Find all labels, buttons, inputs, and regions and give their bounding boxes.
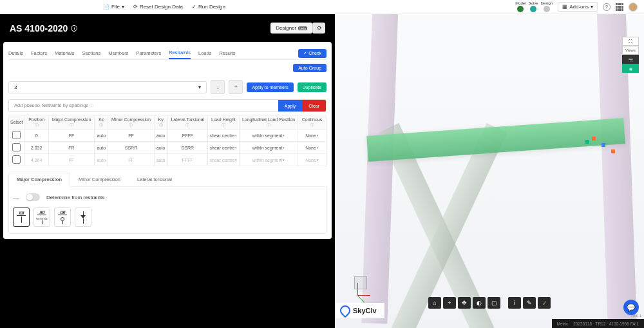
- tool-add[interactable]: +: [443, 297, 456, 309]
- tab-details[interactable]: Details: [8, 48, 23, 59]
- model-status-icon: [517, 6, 524, 12]
- column-header: Ky ⓘ: [154, 115, 167, 130]
- design-status-icon: [544, 6, 550, 12]
- puzzle-icon: ▦: [562, 4, 567, 10]
- settings-button[interactable]: ⚙: [312, 23, 325, 34]
- chevron-down-icon: ▾: [122, 4, 124, 10]
- node-marker[interactable]: [592, 137, 596, 140]
- clear-button[interactable]: Clear: [302, 100, 326, 111]
- check-icon: ✓: [192, 4, 196, 10]
- table-row[interactable]: 4.064FFautoFFautoFFFFshear centrewithin …: [9, 154, 327, 166]
- column-header: Load Height ⓘ: [207, 115, 239, 130]
- view-expand-button[interactable]: ⛶: [622, 37, 639, 46]
- column-header: Minor Compression ⓘ: [108, 115, 155, 130]
- node-marker[interactable]: [601, 143, 605, 147]
- pseudo-restraints-input[interactable]: Add pseudo-restraints by spacings ⓘ: [9, 100, 278, 111]
- reset-design-btn[interactable]: ⟳Reset Design Data: [133, 4, 183, 10]
- designer-mode-btn[interactable]: Designerbeta: [270, 23, 312, 34]
- restraint-type-3[interactable]: [54, 207, 71, 227]
- tab-sections[interactable]: Sections: [82, 48, 100, 59]
- page-title: AS 4100-2020i: [10, 23, 77, 34]
- restraints-table: SelectPosition ⓘMajor Compression ⓘKz ⓘM…: [8, 115, 327, 166]
- apply-to-members-button[interactable]: Apply to members: [247, 82, 293, 92]
- apply-button[interactable]: Apply: [278, 100, 303, 111]
- column-header: Position ⓘ: [24, 115, 48, 130]
- subtab-lateral-torsional[interactable]: Lateral-torsional: [129, 173, 180, 186]
- snapshot-button[interactable]: ◉: [622, 64, 639, 73]
- design-tabs: DetailsFactorsMaterialsSectionsMembersPa…: [8, 47, 327, 60]
- axis-orientation-widget[interactable]: [348, 273, 374, 299]
- table-row[interactable]: 2.032FRautoSSRRautoSSRRshear centrewithi…: [9, 142, 327, 154]
- file-menu[interactable]: 📄File ▾: [103, 4, 124, 10]
- node-marker[interactable]: [611, 150, 615, 153]
- design-panel: AS 4100-2020i Designerbeta ⚙ DetailsFact…: [0, 14, 335, 328]
- run-design-btn[interactable]: ✓Run Design: [192, 4, 225, 10]
- tab-factors[interactable]: Factors: [31, 48, 47, 59]
- refresh-icon: ⟳: [133, 4, 138, 10]
- table-row[interactable]: 0FFautoFFautoFFFFshear centrewithin segm…: [9, 130, 327, 142]
- restraint-type-1[interactable]: [13, 207, 30, 227]
- tool-camera[interactable]: ▢: [488, 297, 500, 309]
- version-label: v8.0.1: [631, 314, 641, 318]
- restraint-type-2[interactable]: ▭▭▭: [33, 207, 50, 227]
- add-member-button[interactable]: +: [229, 80, 243, 94]
- tab-restraints[interactable]: Restraints: [169, 47, 191, 59]
- row-checkbox[interactable]: [12, 155, 21, 164]
- tool-info[interactable]: i: [508, 297, 521, 309]
- help-button[interactable]: ?: [603, 3, 611, 11]
- tool-edit[interactable]: ✎: [523, 297, 536, 309]
- column-header: Select: [9, 115, 24, 130]
- determine-toggle[interactable]: [26, 193, 40, 201]
- row-checkbox[interactable]: [12, 143, 21, 151]
- user-avatar[interactable]: [629, 3, 638, 12]
- tab-materials[interactable]: Materials: [55, 48, 74, 59]
- apps-menu[interactable]: [616, 3, 623, 11]
- file-icon: 📄: [103, 4, 109, 10]
- tab-results[interactable]: Results: [219, 48, 235, 59]
- 3d-viewport[interactable]: ⛶ Views 📷 ◉ SkyCiv ⌂ + ✥ ◐ ▢ i ✎ ⟋ 💬 v8.…: [335, 14, 644, 328]
- row-checkbox[interactable]: [12, 131, 21, 139]
- member-select[interactable]: 3▾: [8, 81, 207, 93]
- tab-members[interactable]: Members: [108, 48, 128, 59]
- tab-loads[interactable]: Loads: [198, 48, 211, 59]
- info-icon[interactable]: ⓘ: [90, 104, 93, 108]
- tool-light[interactable]: ◐: [473, 297, 486, 309]
- prev-member-button[interactable]: ↓: [211, 80, 225, 94]
- auto-group-button[interactable]: Auto Group: [293, 64, 327, 72]
- topbar: 📄File ▾ ⟳Reset Design Data ✓Run Design M…: [0, 0, 644, 14]
- chevron-down-icon: ▾: [198, 84, 201, 90]
- status-bar: Metric 20230118 · TR12 · 4100-1998 FAIL: [552, 319, 645, 328]
- chevron-down-icon: ▾: [591, 4, 593, 10]
- viewport-toolbar: ⌂ + ✥ ◐ ▢ i ✎ ⟋: [428, 297, 551, 309]
- restraint-type-4[interactable]: [75, 207, 91, 227]
- addons-menu[interactable]: ▦Add-ons▾: [558, 2, 598, 12]
- tool-home[interactable]: ⌂: [428, 297, 441, 309]
- column-header: Lateral-Torsional ⓘ: [167, 115, 207, 130]
- column-header: Major Compression ⓘ: [48, 115, 95, 130]
- skyciv-logo: SkyCiv: [335, 303, 384, 318]
- subtab-minor-compression[interactable]: Minor Compression: [70, 173, 129, 186]
- node-marker[interactable]: [585, 140, 589, 144]
- duplicate-button[interactable]: Duplicate: [298, 82, 327, 92]
- logo-mark-icon: [338, 304, 353, 318]
- camera-button[interactable]: 📷: [622, 55, 639, 64]
- determine-label: Determine from restraints: [46, 195, 104, 200]
- views-button[interactable]: Views: [622, 46, 639, 55]
- solve-status-icon: [530, 6, 536, 12]
- drag-handle-icon: —: [13, 194, 19, 201]
- compression-tabs: Major CompressionMinor CompressionLatera…: [8, 173, 327, 187]
- tool-move[interactable]: ✥: [458, 297, 471, 309]
- info-icon[interactable]: i: [71, 25, 77, 32]
- column-header: Kz ⓘ: [95, 115, 108, 130]
- tool-measure[interactable]: ⟋: [538, 297, 551, 309]
- check-button[interactable]: ✓ Check: [298, 49, 327, 58]
- column-header: Longitudinal Load Position ⓘ: [239, 115, 298, 130]
- tab-parameters[interactable]: Parameters: [136, 48, 161, 59]
- subtab-major-compression[interactable]: Major Compression: [8, 173, 70, 187]
- column-header: Continous ⓘ: [298, 115, 327, 130]
- gear-icon: ⚙: [317, 25, 321, 31]
- status-indicators: Model Solve Design: [515, 1, 553, 12]
- chat-button[interactable]: 💬: [623, 300, 639, 315]
